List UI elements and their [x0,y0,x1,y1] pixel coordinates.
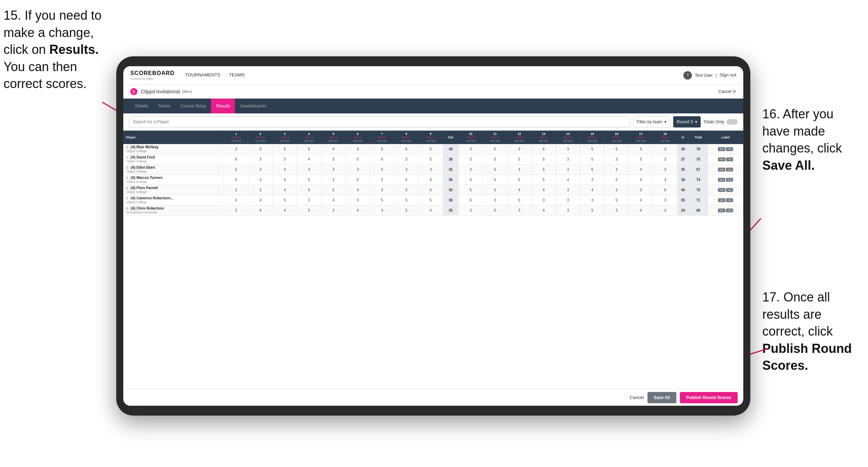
tab-course-setup[interactable]: Course Setup [175,99,211,113]
score-hole-6[interactable]: 4 [346,185,370,195]
score-hole-17[interactable]: 5 [629,185,653,195]
score-hole-4[interactable]: 5 [297,205,321,216]
score-hole-8[interactable]: 3 [394,154,418,164]
save-all-button[interactable]: Save All [647,392,676,403]
score-hole-10[interactable]: 3 [459,164,483,175]
score-hole-18[interactable]: 3 [653,164,677,175]
score-hole-11[interactable]: 5 [483,154,507,164]
score-hole-18[interactable]: 3 [653,175,677,185]
score-hole-3[interactable]: 3 [273,154,297,164]
score-hole-3[interactable]: 5 [273,144,297,154]
score-hole-11[interactable]: 5 [483,164,507,175]
score-hole-6[interactable]: 5 [346,175,370,185]
score-hole-11[interactable]: 5 [483,185,507,195]
score-hole-10[interactable]: 3 [459,154,483,164]
score-hole-10[interactable]: 5 [459,185,483,195]
score-hole-13[interactable]: 4 [532,205,556,216]
score-hole-14[interactable]: 3 [556,205,580,216]
score-hole-1[interactable]: 6 [224,154,248,164]
tab-results[interactable]: Results [211,99,235,113]
score-hole-18[interactable]: 3 [653,144,677,154]
score-hole-15[interactable]: 6 [580,164,604,175]
score-hole-10[interactable]: 3 [459,205,483,216]
score-hole-9[interactable]: 4 [418,205,443,216]
wd-button[interactable]: WD [718,198,725,202]
score-hole-8[interactable]: 3 [394,164,418,175]
score-hole-14[interactable]: 3 [556,195,580,205]
wd-button[interactable]: WD [718,157,725,161]
score-hole-1[interactable]: 5 [224,175,248,185]
score-hole-13[interactable]: 5 [532,154,556,164]
score-hole-8[interactable]: 5 [394,205,418,216]
score-hole-4[interactable]: 4 [297,154,321,164]
score-hole-17[interactable]: 4 [629,195,653,205]
score-hole-6[interactable]: 4 [346,205,370,216]
score-hole-13[interactable]: 5 [532,175,556,185]
dq-button[interactable]: DQ [726,147,733,151]
score-hole-11[interactable]: 5 [483,205,507,216]
score-hole-9[interactable]: 4 [418,175,443,185]
score-hole-4[interactable]: 3 [297,195,321,205]
score-hole-7[interactable]: 3 [370,205,394,216]
round-dropdown[interactable]: Round 3 ▾ [673,116,700,127]
score-hole-7[interactable]: 5 [370,175,394,185]
score-hole-15[interactable]: 5 [580,205,604,216]
wd-button[interactable]: WD [718,147,725,151]
cancel-tournament-button[interactable]: Cancel ✕ [718,89,736,94]
score-hole-2[interactable]: 3 [248,175,273,185]
score-hole-14[interactable]: 3 [556,185,580,195]
score-hole-16[interactable]: 3 [604,164,629,175]
score-hole-3[interactable]: 4 [273,164,297,175]
score-hole-1[interactable]: 3 [224,144,248,154]
score-hole-2[interactable]: 3 [248,144,273,154]
score-hole-3[interactable]: 4 [273,205,297,216]
score-hole-15[interactable]: 3 [580,195,604,205]
score-hole-13[interactable]: 4 [532,185,556,195]
nav-teams[interactable]: TEAMS [229,72,245,78]
score-hole-15[interactable]: 5 [580,154,604,164]
score-hole-17[interactable]: 4 [629,164,653,175]
score-hole-18[interactable]: 3 [653,205,677,216]
dq-button[interactable]: DQ [726,178,733,182]
wd-button[interactable]: WD [718,208,725,212]
score-hole-17[interactable]: 4 [629,175,653,185]
score-hole-9[interactable]: 5 [418,185,443,195]
score-hole-11[interactable]: 5 [483,144,507,154]
score-hole-6[interactable]: 3 [346,144,370,154]
score-hole-8[interactable]: 5 [394,175,418,185]
score-hole-16[interactable]: 6 [604,144,629,154]
filter-by-team-dropdown[interactable]: Filter by team ▾ [633,116,671,127]
score-hole-8[interactable]: 5 [394,185,418,195]
dq-button[interactable]: DQ [726,198,733,202]
score-hole-15[interactable]: 5 [580,144,604,154]
score-hole-14[interactable]: 4 [556,175,580,185]
score-hole-9[interactable]: 3 [418,164,443,175]
score-hole-6[interactable]: 5 [346,154,370,164]
score-hole-5[interactable]: 3 [321,164,346,175]
score-hole-12[interactable]: 4 [507,185,532,195]
dq-button[interactable]: DQ [726,157,733,161]
score-hole-18[interactable]: 6 [653,185,677,195]
score-hole-5[interactable]: 4 [321,195,346,205]
score-hole-16[interactable]: 3 [604,185,629,195]
wd-button[interactable]: WD [718,188,725,192]
score-hole-9[interactable]: 5 [418,144,443,154]
score-hole-15[interactable]: 3 [580,175,604,185]
score-hole-6[interactable]: 3 [346,164,370,175]
score-hole-2[interactable]: 3 [248,185,273,195]
score-hole-7[interactable]: 5 [370,164,394,175]
score-hole-17[interactable]: 5 [629,154,653,164]
score-hole-12[interactable]: 5 [507,175,532,185]
score-hole-4[interactable]: 5 [297,144,321,154]
score-hole-16[interactable]: 5 [604,195,629,205]
sign-out-link[interactable]: Sign out [719,72,736,78]
score-hole-6[interactable]: 3 [346,195,370,205]
score-hole-3[interactable]: 4 [273,185,297,195]
cancel-button[interactable]: Cancel [630,395,644,400]
score-hole-7[interactable]: 5 [370,144,394,154]
score-hole-5[interactable]: 4 [321,144,346,154]
score-hole-11[interactable]: 3 [483,195,507,205]
score-hole-12[interactable]: 3 [507,205,532,216]
score-hole-7[interactable]: 5 [370,195,394,205]
score-hole-17[interactable]: 5 [629,144,653,154]
